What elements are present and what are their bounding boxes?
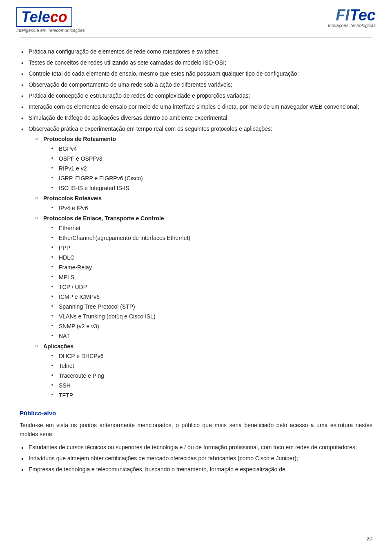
list-item: HDLC (51, 253, 372, 262)
page-number: 20 (367, 536, 372, 542)
list-item: Ethernet (51, 224, 372, 233)
list-item: IPv4 e IPv6 (51, 204, 372, 213)
list-item: ISO IS-IS e Integrated IS-IS (51, 184, 372, 193)
list-item: Simulação de tráfego de aplicações diver… (20, 114, 372, 122)
list-item: IGRP, EIGRP e EIGRPv6 (Cisco) (51, 174, 372, 183)
enlace-group: Protocolos de Enlace, Transporte e Contr… (35, 214, 372, 341)
teleco-logo: Teleco Inteligência em Telecomunicações (16, 7, 85, 33)
list-item: SSH (51, 381, 372, 390)
list-item: Prática de concepção e estruturação de r… (20, 92, 372, 100)
fitec-fi: FI (336, 7, 350, 24)
list-item: Observação do comportamento de uma rede … (20, 81, 372, 89)
list-item: Spanning Tree Protocol (STP) (51, 303, 372, 311)
teleco-co: co (50, 9, 67, 25)
list-item: BGPv4 (51, 145, 372, 153)
list-item: Observação prática e experimentação em t… (20, 125, 372, 400)
aplicacoes-items: DHCP e DHCPv6 Telnet Traceroute e Ping S… (51, 352, 372, 400)
teleco-logo-box: Teleco (16, 7, 72, 27)
main-content: Prática na configuração de elementos de … (0, 43, 392, 485)
roteamento-group: Protocolos de Roteamento BGPv4 OSPF e OS… (35, 135, 372, 193)
aplicacoes-label: Aplicações (43, 343, 74, 350)
list-item: VLANs e Trunking (dot1q e Cisco ISL) (51, 312, 372, 321)
list-item: MPLS (51, 273, 372, 282)
teleco-tele: Tele (21, 9, 50, 25)
list-item: PPP (51, 244, 372, 252)
header: Teleco Inteligência em Telecomunicações … (0, 0, 392, 37)
roteaveis-label: Protocolos Roteáveis (43, 195, 102, 202)
roteaveis-items: IPv4 e IPv6 (51, 204, 372, 213)
list-item: Indivíduos que almejem obter certificaçõ… (20, 454, 372, 463)
publico-alvo-intro: Tendo-se em vista os pontos anteriorment… (20, 421, 372, 439)
fitec-brand-text: FITec (336, 7, 376, 23)
list-item: TCP / UDP (51, 283, 372, 291)
list-item: Interação com os elementos de ensaio por… (20, 103, 372, 111)
fitec-subtitle: Inovações Tecnológicas (328, 23, 376, 28)
roteamento-items: BGPv4 OSPF e OSPFv3 RIPv1 e v2 IGRP, EIG… (51, 145, 372, 193)
aplicacoes-group: Aplicações DHCP e DHCPv6 Telnet Tracerou… (35, 342, 372, 400)
roteaveis-group: Protocolos Roteáveis IPv4 e IPv6 (35, 194, 372, 213)
publico-alvo-heading: Público-alvo (20, 410, 372, 417)
roteamento-label: Protocolos de Roteamento (43, 136, 116, 142)
list-item: Traceroute e Ping (51, 372, 372, 380)
list-item: EtherChannel (agrupamento de interfaces … (51, 234, 372, 242)
main-bullet-list: Prática na configuração de elementos de … (20, 47, 372, 400)
list-item: Testes de conceitos de redes utilizando … (20, 58, 372, 67)
teleco-brand-text: Teleco (21, 10, 67, 25)
list-item: Prática na configuração de elementos de … (20, 47, 372, 56)
list-item: TFTP (51, 391, 372, 400)
list-item: Controle total de cada elemento de ensai… (20, 69, 372, 78)
list-item: SNMP (v2 e v3) (51, 322, 372, 331)
fitec-logo: FITec Inovações Tecnológicas (328, 7, 376, 28)
list-item: Estudantes de cursos técnicos ou superio… (20, 443, 372, 452)
page: Teleco Inteligência em Telecomunicações … (0, 0, 392, 549)
fitec-tec: Tec (350, 7, 376, 24)
enlace-label: Protocolos de Enlace, Transporte e Contr… (43, 215, 164, 222)
list-item: ICMP e ICMPv6 (51, 293, 372, 301)
publico-alvo-list: Estudantes de cursos técnicos ou superio… (20, 443, 372, 474)
list-item: OSPF e OSPFv3 (51, 155, 372, 163)
list-item: Empresas de tecnologia e telecomunicaçõe… (20, 465, 372, 474)
teleco-subtitle: Inteligência em Telecomunicações (16, 28, 85, 33)
list-item: RIPv1 e v2 (51, 164, 372, 173)
list-item: Frame-Relay (51, 263, 372, 272)
list-item: NAT (51, 332, 372, 341)
protocols-list: Protocolos de Roteamento BGPv4 OSPF e OS… (35, 135, 372, 400)
header-divider (20, 37, 372, 38)
list-item: Telnet (51, 362, 372, 370)
enlace-items: Ethernet EtherChannel (agrupamento de in… (51, 224, 372, 341)
list-item: DHCP e DHCPv6 (51, 352, 372, 361)
